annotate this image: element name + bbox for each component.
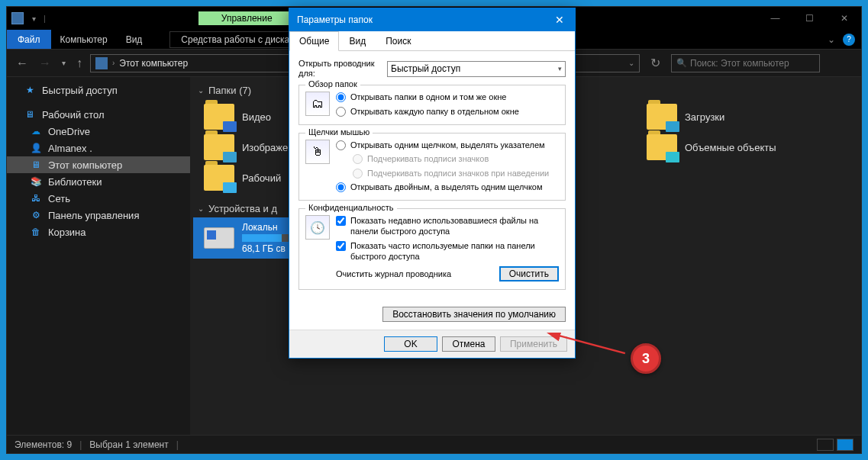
cloud-icon: ☁ bbox=[30, 125, 42, 137]
sidebar-libraries[interactable]: 📚Библиотеки bbox=[7, 173, 190, 190]
refresh-button[interactable]: ↻ bbox=[644, 56, 666, 70]
chevron-down-icon: ▾ bbox=[558, 65, 562, 72]
sidebar-control-panel[interactable]: ⚙Панель управления bbox=[7, 207, 190, 224]
cancel-button[interactable]: Отмена bbox=[442, 336, 495, 352]
nav-back-button[interactable]: ← bbox=[13, 56, 31, 70]
computer-tab[interactable]: Компьютер bbox=[51, 30, 117, 49]
checkbox-input[interactable] bbox=[336, 241, 346, 251]
dialog-close-button[interactable]: ✕ bbox=[552, 14, 567, 26]
folder-icon bbox=[647, 104, 677, 130]
open-explorer-label: Открыть проводник для: bbox=[298, 59, 381, 79]
radio-input bbox=[353, 169, 363, 179]
check-recent-files[interactable]: Показать недавно использовавшиеся файлы … bbox=[336, 215, 559, 237]
annotation-badge: 3 bbox=[631, 343, 661, 374]
radio-same-window[interactable]: Открывать папки в одном и том же окне bbox=[336, 92, 559, 102]
minimize-button[interactable]: — bbox=[758, 7, 792, 30]
sidebar-user[interactable]: 👤Almanex . bbox=[7, 140, 190, 156]
ok-button[interactable]: OK bbox=[384, 336, 437, 352]
breadcrumb-location[interactable]: Этот компьютер bbox=[119, 58, 188, 69]
recycle-bin-icon: 🗑 bbox=[30, 226, 42, 238]
label: Быстрый доступ bbox=[42, 85, 118, 96]
status-bar: Элементов: 9 | Выбран 1 элемент | bbox=[7, 435, 861, 453]
check-label: Показать недавно использовавшиеся файлы … bbox=[350, 215, 559, 237]
file-tab[interactable]: Файл bbox=[7, 30, 51, 49]
folder-icon bbox=[204, 134, 234, 160]
breadcrumb-dropdown-icon[interactable]: ⌄ bbox=[628, 59, 634, 67]
legend: Конфиденциальность bbox=[305, 203, 397, 212]
chevron-down-icon: ⌄ bbox=[198, 86, 204, 95]
view-tab[interactable]: Вид bbox=[117, 30, 152, 49]
tab-general[interactable]: Общие bbox=[289, 31, 339, 51]
separator: | bbox=[176, 439, 179, 450]
maximize-button[interactable]: ☐ bbox=[792, 7, 827, 30]
close-button[interactable]: ✕ bbox=[827, 7, 861, 30]
apply-button[interactable]: Применить bbox=[500, 336, 567, 352]
sidebar-recycle-bin[interactable]: 🗑Корзина bbox=[7, 224, 190, 240]
app-icon bbox=[11, 12, 24, 24]
checkbox-input[interactable] bbox=[336, 216, 346, 226]
sidebar-this-pc[interactable]: 🖥Этот компьютер bbox=[7, 156, 190, 173]
sidebar-network[interactable]: 🖧Сеть bbox=[7, 190, 190, 207]
radio-input[interactable] bbox=[336, 182, 346, 192]
nav-up-button[interactable]: ↑ bbox=[73, 56, 86, 70]
dialog-titlebar[interactable]: Параметры папок ✕ bbox=[289, 8, 575, 31]
folder-downloads[interactable]: Загрузки bbox=[647, 104, 776, 130]
label: Сеть bbox=[48, 193, 70, 204]
quick-access-toolbar: ▾ | bbox=[7, 12, 46, 24]
nav-history-dropdown[interactable]: ▾ bbox=[59, 59, 69, 67]
radio-underline-always: Подчеркивать подписи значков bbox=[353, 153, 559, 164]
search-placeholder: Поиск: Этот компьютер bbox=[690, 58, 789, 69]
ribbon-expand-icon[interactable]: ⌄ bbox=[828, 34, 835, 45]
sidebar-onedrive[interactable]: ☁OneDrive bbox=[7, 123, 190, 140]
browse-folders-icon: 🗂 bbox=[305, 92, 330, 116]
radio-input[interactable] bbox=[336, 107, 346, 117]
group-label: Папки (7) bbox=[208, 85, 251, 96]
sidebar-quick-access[interactable]: ★Быстрый доступ bbox=[7, 82, 190, 98]
status-selection: Выбран 1 элемент bbox=[89, 439, 168, 450]
radio-input[interactable] bbox=[336, 140, 346, 150]
control-panel-icon: ⚙ bbox=[30, 209, 42, 221]
check-label: Показать часто используемые папки на пан… bbox=[350, 240, 559, 262]
dialog-body: Открыть проводник для: Быстрый доступ ▾ … bbox=[289, 51, 575, 302]
folder-icon bbox=[204, 104, 234, 130]
nav-forward-button[interactable]: → bbox=[36, 56, 54, 70]
view-tiles-button[interactable] bbox=[837, 439, 853, 451]
restore-defaults-button[interactable]: Восстановить значения по умолчанию bbox=[382, 307, 566, 322]
network-icon: 🖧 bbox=[30, 192, 42, 204]
dialog-actions: OK Отмена Применить bbox=[289, 330, 575, 358]
radio-double-click[interactable]: Открывать двойным, а выделять одним щелч… bbox=[336, 182, 559, 192]
tab-search[interactable]: Поиск bbox=[376, 31, 421, 50]
restore-defaults-row: Восстановить значения по умолчанию bbox=[289, 302, 575, 330]
window-controls: — ☐ ✕ bbox=[758, 7, 861, 30]
radio-input[interactable] bbox=[336, 92, 346, 102]
contextual-tab-manage[interactable]: Управление bbox=[198, 11, 295, 25]
open-explorer-row: Открыть проводник для: Быстрый доступ ▾ bbox=[298, 59, 566, 79]
open-explorer-select[interactable]: Быстрый доступ ▾ bbox=[387, 61, 566, 77]
search-input[interactable]: Поиск: Этот компьютер bbox=[671, 54, 820, 72]
browse-folders-group: Обзор папок 🗂 Открывать папки в одном и … bbox=[298, 85, 566, 125]
folder-icon bbox=[647, 134, 677, 160]
navigation-pane: ★Быстрый доступ 🖥Рабочий стол ☁OneDrive … bbox=[7, 77, 190, 435]
qat-dropdown-icon[interactable]: ▾ bbox=[28, 13, 39, 24]
libraries-icon: 📚 bbox=[30, 175, 42, 188]
view-details-button[interactable] bbox=[817, 439, 834, 451]
folder-3d-objects[interactable]: Объемные объекты bbox=[647, 134, 776, 160]
radio-new-window[interactable]: Открывать каждую папку в отдельном окне bbox=[336, 106, 559, 117]
group-label: Устройства и д bbox=[208, 203, 277, 214]
check-frequent-folders[interactable]: Показать часто используемые папки на пан… bbox=[336, 240, 559, 262]
clear-history-button[interactable]: Очистить bbox=[499, 266, 559, 281]
radio-underline-hover: Подчеркивать подписи значков при наведен… bbox=[353, 168, 559, 179]
select-value: Быстрый доступ bbox=[391, 63, 460, 74]
ribbon-right: ⌄ ? bbox=[828, 34, 861, 46]
radio-input bbox=[353, 154, 363, 164]
chevron-down-icon: ⌄ bbox=[198, 204, 204, 213]
label: Библиотеки bbox=[48, 176, 102, 188]
label: Almanex . bbox=[48, 143, 92, 154]
radio-label: Открывать каждую папку в отдельном окне bbox=[350, 106, 519, 117]
clear-history-label: Очистить журнал проводника bbox=[336, 269, 451, 278]
tab-view[interactable]: Вид bbox=[339, 31, 376, 50]
radio-single-click[interactable]: Открывать одним щелчком, выделять указат… bbox=[336, 140, 559, 150]
sidebar-desktop[interactable]: 🖥Рабочий стол bbox=[7, 106, 190, 123]
chevron-right-icon[interactable]: › bbox=[112, 59, 115, 67]
help-icon[interactable]: ? bbox=[843, 34, 855, 46]
